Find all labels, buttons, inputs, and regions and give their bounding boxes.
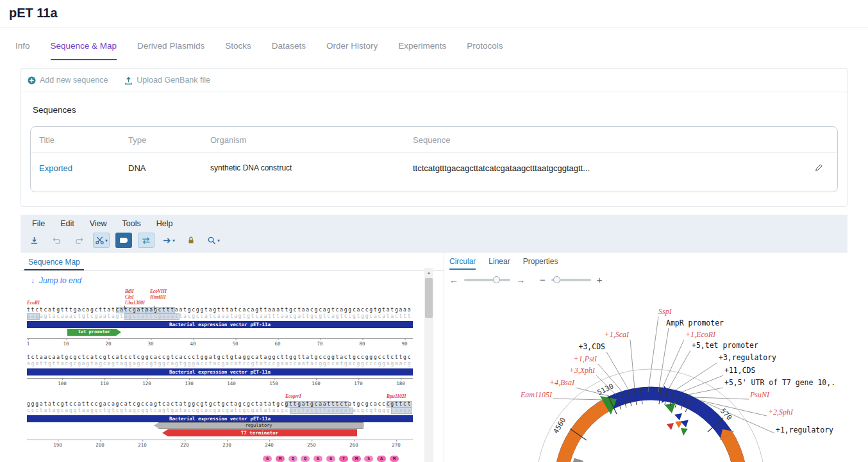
enzyme-label[interactable]: EcoprrI — [285, 394, 301, 399]
menu-tools[interactable]: Tools — [120, 219, 144, 228]
sequence-top-strand[interactable]: ttctcatgtttgacagcttatcatcgataagctttaatgc… — [27, 307, 413, 313]
vector-feature-bar[interactable]: Bacterial expression vector pET-11a — [27, 415, 413, 422]
circular-plasmid-map[interactable]: 5130 4560 3990 570 1140 SspI AmpR promot… — [444, 286, 847, 462]
green-feature-arrow[interactable] — [681, 428, 688, 436]
amino-acid[interactable]: M — [390, 456, 399, 462]
navy-feature-arrow[interactable] — [681, 420, 689, 427]
amino-acid[interactable]: G — [263, 456, 272, 462]
cut-button[interactable]: ▾ — [93, 233, 110, 248]
map-label[interactable]: AmpR promoter — [666, 318, 724, 327]
top-strand[interactable]: gggatatcgtccattccgacagcatcgccagtcactatgg… — [27, 401, 413, 408]
sequence-top-strand[interactable]: tctaacaatgcgctcatcgtcatcctcggcaccgtcaccc… — [27, 354, 413, 361]
goto-button[interactable]: ▾ — [160, 233, 177, 248]
menu-help[interactable]: Help — [154, 219, 176, 228]
redo-button[interactable] — [71, 233, 87, 248]
navy-feature-arrow[interactable] — [674, 413, 682, 420]
t7-terminator-feature[interactable]: T7 terminator — [162, 429, 357, 436]
tab-protocols[interactable]: Protocols — [467, 41, 503, 60]
undo-button[interactable] — [48, 233, 65, 248]
zoom-out-icon[interactable]: − — [540, 276, 546, 285]
bottom-strand[interactable]: aagagtacaaactgtcgaatagtagctattcgaaattacg… — [27, 313, 413, 320]
regulatory-feature[interactable]: regulatory — [154, 422, 363, 429]
enzyme-label[interactable]: Bpu1102I — [387, 394, 406, 399]
map-label[interactable]: +1,regulatory — [776, 425, 833, 434]
enzyme-label[interactable]: Uba1380I — [125, 301, 145, 306]
amino-acid[interactable]: T — [339, 456, 348, 462]
tab-order-history[interactable]: Order History — [326, 41, 378, 60]
amino-acid[interactable]: Q — [301, 456, 310, 462]
map-label[interactable]: +2,SphI — [768, 408, 794, 417]
feature-arc-ampr[interactable] — [561, 406, 606, 462]
tab-derived-plasmids[interactable]: Derived Plasmids — [137, 41, 204, 60]
enzyme-label[interactable]: EcoRI — [27, 301, 40, 306]
map-label[interactable]: +3,CDS — [578, 342, 605, 351]
bottom-strand[interactable]: agattgttacgcgagtagcagtaggagccgtggcagtggg… — [27, 361, 413, 367]
map-label[interactable]: +5,tet promoter — [692, 341, 758, 350]
zoom-slider[interactable] — [551, 279, 591, 281]
tab-properties[interactable]: Properties — [523, 257, 558, 270]
sequence-title-link[interactable]: Exported — [31, 163, 128, 173]
top-strand[interactable]: tctaacaatgcgctcatcgtcatcctcggcaccgtcaccc… — [27, 354, 413, 361]
map-label[interactable]: +4,BsaI — [549, 378, 575, 387]
edit-sequence-button[interactable] — [786, 163, 837, 174]
amino-acid[interactable]: M — [276, 456, 285, 462]
tab-circular[interactable]: Circular — [449, 257, 476, 270]
vertical-scrollbar[interactable]: ▲ — [424, 268, 433, 462]
enzyme-label[interactable]: BdiI — [125, 289, 134, 294]
upload-genbank-link[interactable]: Upload GenBank file — [124, 76, 210, 85]
zoom-in-icon[interactable]: + — [597, 276, 603, 285]
amino-acid[interactable]: G — [326, 456, 335, 462]
feature-arc-ori[interactable] — [575, 459, 579, 462]
map-label[interactable]: +3,XphI — [569, 366, 596, 375]
amino-acid[interactable]: A — [377, 456, 386, 462]
search-button[interactable]: ▾ — [205, 233, 222, 248]
enzyme-label[interactable]: EcoVIII — [150, 289, 167, 294]
map-label[interactable]: +1,PstI — [574, 354, 597, 363]
map-label[interactable]: PsuNI — [749, 390, 770, 399]
slider-knob[interactable] — [553, 276, 560, 283]
add-new-sequence-link[interactable]: Add new sequence — [28, 76, 108, 85]
scroll-up-icon[interactable]: ▲ — [424, 268, 433, 277]
tab-sequence-map-view[interactable]: Sequence Map — [24, 256, 84, 270]
feature-arc-cds[interactable] — [714, 436, 740, 462]
enzyme-label[interactable]: ClaI — [125, 295, 134, 300]
map-label[interactable]: +5,5' UTR of T7 gene 10,. — [724, 378, 835, 387]
download-button[interactable] — [26, 233, 42, 248]
map-label[interactable]: +3,regulatory — [719, 353, 776, 362]
sequence-top-strand[interactable]: gggatatcgtccattccgacagcatcgccagtcactatgg… — [27, 401, 413, 408]
lock-button[interactable] — [183, 233, 199, 248]
menu-edit[interactable]: Edit — [58, 219, 77, 228]
slider-knob[interactable] — [493, 276, 500, 283]
amino-acid[interactable]: G — [313, 456, 322, 462]
tab-linear[interactable]: Linear — [488, 257, 510, 270]
menu-view[interactable]: View — [87, 219, 110, 228]
map-label[interactable]: +1,ScaI — [605, 330, 630, 339]
map-label[interactable]: Eam1105I — [520, 390, 553, 399]
bottom-strand[interactable]: ccctatagcaggtaaggctgtcgtagcggtcagtgatacc… — [27, 408, 413, 414]
map-label[interactable]: +1,EcoRI — [685, 330, 716, 339]
sequence-bottom-strand[interactable]: aagagtacaaactgtcgaatagtagctattcgaaattacg… — [27, 313, 413, 320]
rotation-slider[interactable] — [464, 279, 510, 281]
jump-to-end-link[interactable]: ↓ Jump to end — [31, 276, 444, 285]
menu-file[interactable]: File — [29, 219, 47, 228]
map-label[interactable]: SspI — [658, 307, 672, 316]
tab-experiments[interactable]: Experiments — [398, 41, 446, 60]
tab-datasets[interactable]: Datasets — [272, 41, 306, 60]
vector-feature-bar[interactable]: Bacterial expression vector pET-11a — [27, 321, 413, 328]
vector-feature-bar[interactable]: Bacterial expression vector pET-11a — [27, 368, 413, 375]
amino-acid[interactable]: Q — [288, 456, 297, 462]
enzyme-label[interactable]: HindIII — [150, 295, 166, 300]
red-feature-arrow[interactable] — [667, 423, 674, 430]
swap-orientation-button[interactable] — [138, 233, 154, 248]
amino-acid[interactable]: M — [352, 456, 361, 462]
tab-sequence-map[interactable]: Sequence & Map — [51, 41, 117, 60]
scrollbar-thumb[interactable] — [425, 278, 433, 318]
pan-left-icon[interactable]: ← — [449, 276, 458, 285]
pan-right-icon[interactable]: → — [516, 276, 525, 285]
sequence-bottom-strand[interactable]: agattgttacgcgagtagcagtaggagccgtggcagtggg… — [27, 361, 413, 367]
tab-info[interactable]: Info — [15, 41, 30, 60]
feature-button[interactable] — [115, 233, 132, 248]
top-strand[interactable]: ttctcatgtttgacagcttatcatcgataagctttaatgc… — [27, 307, 413, 313]
sequence-bottom-strand[interactable]: ccctatagcaggtaaggctgtcgtagcggtcagtgatacc… — [27, 408, 413, 414]
amino-acid[interactable]: S — [364, 456, 373, 462]
